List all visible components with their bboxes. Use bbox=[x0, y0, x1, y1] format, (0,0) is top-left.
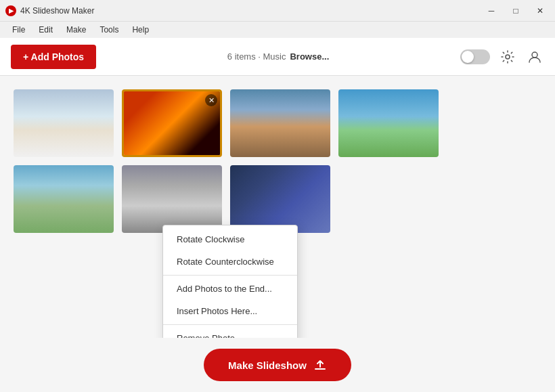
photo-item[interactable] bbox=[338, 89, 439, 157]
app-title: 4K Slideshow Maker bbox=[20, 6, 482, 16]
photo-item-selected[interactable]: ✕ bbox=[122, 89, 222, 157]
photo-thumbnail bbox=[122, 165, 222, 233]
photo-thumbnail bbox=[230, 165, 330, 233]
photo-item[interactable] bbox=[14, 89, 114, 157]
photo-close-button[interactable]: ✕ bbox=[205, 94, 217, 106]
toolbar: + Add Photos 6 items · Music Browse... bbox=[0, 38, 555, 76]
photo-item[interactable] bbox=[122, 165, 222, 233]
main-content: ✕ Rotate Clockwise Rotate Counterclockwi… bbox=[0, 76, 555, 338]
close-button[interactable]: ✕ bbox=[531, 4, 550, 18]
upload-icon bbox=[313, 358, 327, 372]
window-controls: ─ □ ✕ bbox=[482, 4, 550, 18]
settings-button[interactable] bbox=[498, 47, 517, 66]
music-toggle[interactable] bbox=[460, 49, 490, 64]
photo-thumbnail bbox=[14, 165, 114, 233]
item-count-label: 6 items · Music bbox=[227, 51, 286, 62]
browse-link[interactable]: Browse... bbox=[290, 51, 329, 62]
context-menu-separator-2 bbox=[163, 324, 297, 325]
make-slideshow-label: Make Slideshow bbox=[228, 360, 307, 371]
svg-point-0 bbox=[506, 55, 510, 59]
context-menu-rotate-cw[interactable]: Rotate Clockwise bbox=[163, 228, 297, 251]
svg-point-1 bbox=[532, 52, 537, 58]
photo-item[interactable] bbox=[14, 165, 114, 233]
context-menu: Rotate Clockwise Rotate Counterclockwise… bbox=[162, 225, 298, 338]
photo-thumbnail bbox=[14, 89, 114, 157]
maximize-button[interactable]: □ bbox=[506, 4, 525, 18]
account-button[interactable] bbox=[525, 47, 544, 66]
app-icon: ▶ bbox=[5, 5, 16, 16]
context-menu-rotate-ccw[interactable]: Rotate Counterclockwise bbox=[163, 251, 297, 273]
context-menu-insert-here[interactable]: Insert Photos Here... bbox=[163, 300, 297, 322]
context-menu-remove-photo[interactable]: Remove Photo bbox=[163, 327, 297, 338]
photo-thumbnail bbox=[230, 89, 330, 157]
context-menu-add-end[interactable]: Add Photos to the End... bbox=[163, 278, 297, 300]
gear-icon bbox=[501, 50, 514, 64]
menu-make[interactable]: Make bbox=[60, 24, 93, 36]
menu-help[interactable]: Help bbox=[125, 24, 156, 36]
menu-edit[interactable]: Edit bbox=[32, 24, 60, 36]
title-bar: ▶ 4K Slideshow Maker ─ □ ✕ bbox=[0, 0, 555, 22]
menu-tools[interactable]: Tools bbox=[93, 24, 125, 36]
photo-grid: ✕ bbox=[14, 89, 541, 233]
photo-item[interactable] bbox=[230, 89, 330, 157]
toolbar-right bbox=[460, 47, 544, 66]
minimize-button[interactable]: ─ bbox=[482, 4, 501, 18]
bottom-bar: Make Slideshow bbox=[0, 338, 555, 392]
photo-thumbnail bbox=[338, 89, 439, 157]
toolbar-center: 6 items · Music Browse... bbox=[107, 51, 449, 62]
make-slideshow-button[interactable]: Make Slideshow bbox=[204, 349, 351, 381]
menu-bar: File Edit Make Tools Help bbox=[0, 22, 555, 38]
add-photos-button[interactable]: + Add Photos bbox=[11, 45, 96, 69]
menu-file[interactable]: File bbox=[5, 24, 32, 36]
user-icon bbox=[527, 49, 542, 64]
photo-item[interactable] bbox=[230, 165, 330, 233]
toggle-knob bbox=[462, 51, 474, 63]
context-menu-separator bbox=[163, 275, 297, 276]
